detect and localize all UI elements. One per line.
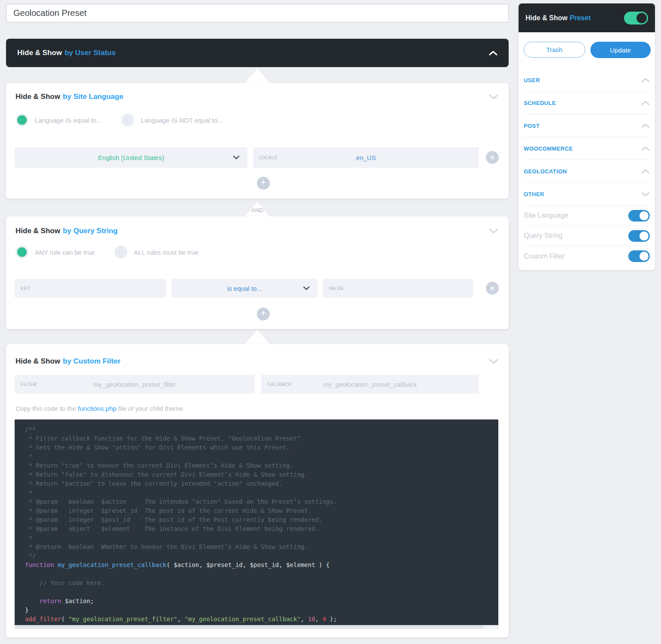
code-line: function my_geolocation_preset_callback(… (25, 561, 498, 570)
filter-input[interactable]: FILTER: my_geolocation_preset_filter (15, 375, 255, 394)
key-label: KEY: (21, 286, 31, 291)
sidebar-section-user[interactable]: USER (524, 69, 650, 92)
sidebar-title-prefix: Hide & Show (525, 14, 568, 22)
copy-text-before: Copy this code to the (15, 405, 78, 412)
code-line (25, 588, 498, 597)
radio-selected-icon[interactable] (15, 246, 28, 259)
update-button[interactable]: Update (590, 42, 651, 58)
chevron-down-icon (233, 155, 240, 160)
key-input[interactable]: KEY: (15, 279, 166, 298)
custom-filter-toggle[interactable] (628, 250, 650, 262)
callback-placeholder: my_geolocation_preset_callback (261, 375, 479, 394)
panel-title-suffix: by User Status (65, 49, 116, 57)
code-line: * @param object $element The instance of… (25, 524, 498, 533)
language-select[interactable]: English (United States) (15, 147, 247, 168)
panel-title-suffix: by Custom Filter (63, 357, 120, 365)
code-snippet-container: /** * Filter callback function for the H… (15, 419, 498, 629)
toggle-row-site-language: Site Language (524, 206, 650, 226)
trash-button[interactable]: Trash (524, 42, 585, 58)
radio-selected-icon[interactable] (15, 114, 28, 126)
chevron-up-icon[interactable] (641, 169, 650, 174)
toggle-knob (639, 211, 649, 220)
radio-label: Language IS NOT equal to... (141, 117, 223, 124)
section-label: POST (524, 123, 540, 129)
toggle-row-custom-filter: Custom Filter (524, 246, 650, 266)
preset-enabled-toggle[interactable] (624, 12, 648, 25)
panel-user-status-header[interactable]: Hide & Showby User Status (6, 39, 509, 67)
sidebar-section-schedule[interactable]: SCHEDULE (524, 92, 650, 114)
code-line: * (25, 488, 498, 497)
sidebar-header: Hide & ShowPreset (519, 3, 655, 32)
code-line: * @param boolean $action The intended "a… (25, 497, 498, 506)
locale-input[interactable]: LOCALE: en_US (253, 147, 479, 168)
scrollbar-thumb[interactable] (15, 625, 484, 629)
sidebar-section-geolocation[interactable]: GEOLOCATION (524, 160, 650, 183)
radio-unselected-icon[interactable] (114, 246, 127, 259)
panel-title-prefix: Hide & Show (15, 357, 60, 365)
sidebar-section-post[interactable]: POST (524, 114, 650, 137)
remove-rule-button[interactable]: ✕ (486, 282, 499, 295)
section-label: WOOCOMMERCE (524, 145, 573, 152)
code-line: * Return "$action" to leave the currentl… (25, 479, 498, 488)
radio-language-is-equal[interactable]: Language IS equal to... (15, 114, 102, 126)
panel-title-prefix: Hide & Show (17, 49, 62, 57)
operator-select[interactable]: is equal to... (172, 279, 318, 298)
toggle-label: Query String (524, 232, 562, 240)
query-string-toggle[interactable] (628, 230, 650, 242)
chevron-up-icon[interactable] (641, 146, 650, 151)
radio-all-rules[interactable]: ALL rules must be true (114, 246, 198, 259)
value-input[interactable]: VALUE: (323, 279, 473, 298)
and-connector-label: AND (245, 207, 270, 213)
panel-title: Hide & Showby Site Language (15, 92, 124, 101)
panel-title-suffix: by Query String (63, 227, 118, 235)
sidebar-section-woocommerce[interactable]: WOOCOMMERCE (524, 137, 650, 160)
site-language-toggle[interactable] (628, 210, 650, 222)
add-rule-button[interactable]: + (257, 308, 270, 320)
horizontal-scrollbar[interactable] (15, 625, 498, 629)
chevron-down-icon[interactable] (489, 94, 498, 99)
preset-title-input[interactable] (6, 4, 509, 22)
code-line: * @param integer $post_id The post id of… (25, 515, 498, 524)
locale-value: en_US (253, 147, 479, 168)
code-line: * (25, 452, 498, 461)
add-rule-button[interactable]: + (257, 177, 270, 190)
panel-query-string: Hide & Showby Query String ANY rule can … (6, 216, 509, 329)
operator-select-value: is equal to... (172, 279, 318, 298)
radio-label: ALL rules must be true (134, 249, 198, 256)
chevron-down-icon (303, 286, 310, 290)
sidebar-sections: USER SCHEDULE POST WOOCOMMERCE GEOLOCATI… (524, 69, 650, 266)
filter-placeholder: my_geolocation_preset_filter (15, 375, 255, 394)
functions-php-link[interactable]: functions.php (78, 405, 116, 412)
panel-title-suffix: by Site Language (63, 92, 124, 101)
radio-label: ANY rule can be true (35, 249, 95, 256)
radio-any-rule[interactable]: ANY rule can be true (15, 246, 95, 259)
section-label: OTHER (524, 191, 544, 197)
toggle-knob (639, 252, 649, 261)
remove-rule-button[interactable]: ✕ (486, 151, 499, 164)
code-line: * Return "true" to honour the current Di… (25, 461, 498, 470)
toggle-label: Site Language (524, 212, 568, 219)
chevron-up-icon[interactable] (489, 51, 497, 55)
chevron-up-icon[interactable] (641, 78, 650, 83)
sidebar-section-other[interactable]: OTHER (524, 183, 650, 206)
chevron-down-icon[interactable] (641, 192, 650, 197)
chevron-down-icon[interactable] (489, 359, 498, 364)
chevron-up-icon[interactable] (641, 101, 650, 105)
toggle-row-query-string: Query String (524, 226, 650, 246)
chevron-up-icon[interactable] (641, 123, 650, 128)
chevron-down-icon[interactable] (489, 228, 498, 234)
copy-text-after: file of your child theme. (116, 405, 184, 412)
code-line (25, 570, 498, 579)
callback-input[interactable]: CALLBACK: my_geolocation_preset_callback (261, 375, 479, 394)
sidebar-title: Hide & ShowPreset (525, 14, 591, 22)
radio-language-is-not-equal[interactable]: Language IS NOT equal to... (121, 114, 223, 126)
toggle-knob (636, 13, 647, 23)
panel-site-language: Hide & Showby Site Language Language IS … (6, 83, 509, 199)
language-mode-radio-group: Language IS equal to... Language IS NOT … (15, 114, 223, 126)
value-label: VALUE: (329, 286, 345, 291)
code-line: return $action; (25, 597, 498, 606)
code-line: /** (25, 425, 498, 434)
radio-unselected-icon[interactable] (121, 114, 134, 126)
panel-title: Hide & Showby User Status (17, 49, 116, 57)
panel-custom-filter: Hide & Showby Custom Filter FILTER: my_g… (6, 344, 509, 638)
